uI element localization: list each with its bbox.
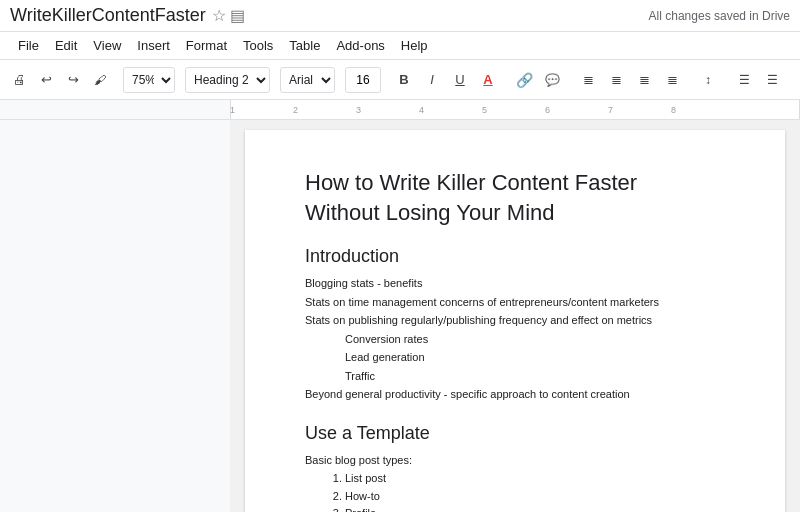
bold-button[interactable]: B bbox=[391, 66, 417, 94]
paint-format-button[interactable]: 🖌 bbox=[87, 66, 113, 94]
main-content: How to Write Killer Content Faster Witho… bbox=[0, 120, 800, 512]
italic-button[interactable]: I bbox=[419, 66, 445, 94]
intro-line-6: Traffic bbox=[305, 368, 725, 385]
menu-file[interactable]: File bbox=[10, 34, 47, 57]
print-button[interactable]: 🖨 bbox=[6, 66, 32, 94]
decrease-indent-button[interactable]: ⇤ bbox=[795, 66, 800, 94]
template-list: List post How-to Profile Essay Review In… bbox=[345, 470, 725, 512]
font-size-input[interactable] bbox=[345, 67, 381, 93]
intro-line-4: Conversion rates bbox=[305, 331, 725, 348]
template-intro: Basic blog post types: bbox=[305, 452, 725, 469]
menu-help[interactable]: Help bbox=[393, 34, 436, 57]
zoom-select[interactable]: 75% bbox=[123, 67, 175, 93]
menu-table[interactable]: Table bbox=[281, 34, 328, 57]
menu-bar: File Edit View Insert Format Tools Table… bbox=[0, 32, 800, 60]
intro-line-3: Stats on publishing regularly/publishing… bbox=[305, 312, 725, 329]
save-status: All changes saved in Drive bbox=[649, 9, 790, 23]
menu-format[interactable]: Format bbox=[178, 34, 235, 57]
undo-button[interactable]: ↩ bbox=[33, 66, 59, 94]
doc-title-line2: Without Losing Your Mind bbox=[305, 200, 725, 226]
ruler-numbers: 1 2 3 4 5 6 7 8 bbox=[230, 105, 676, 115]
line-spacing-button[interactable]: ↕ bbox=[695, 66, 721, 94]
ruler: 1 2 3 4 5 6 7 8 bbox=[0, 100, 800, 120]
link-button[interactable]: 🔗 bbox=[511, 66, 537, 94]
font-select[interactable]: Arial bbox=[280, 67, 335, 93]
menu-tools[interactable]: Tools bbox=[235, 34, 281, 57]
document-body[interactable]: How to Write Killer Content Faster Witho… bbox=[245, 130, 785, 512]
numbered-list-button[interactable]: ☰ bbox=[759, 66, 785, 94]
underline-button[interactable]: U bbox=[447, 66, 473, 94]
menu-insert[interactable]: Insert bbox=[129, 34, 178, 57]
comment-button[interactable]: 💬 bbox=[539, 66, 565, 94]
align-center-button[interactable]: ≣ bbox=[603, 66, 629, 94]
title-bar: WriteKillerContentFaster ☆ ▤ All changes… bbox=[0, 0, 800, 32]
bullet-list-button[interactable]: ☰ bbox=[731, 66, 757, 94]
align-right-button[interactable]: ≣ bbox=[631, 66, 657, 94]
toolbar-history: 🖨 ↩ ↪ 🖌 bbox=[6, 66, 113, 94]
intro-line-5: Lead generation bbox=[305, 349, 725, 366]
align-justify-button[interactable]: ≣ bbox=[659, 66, 685, 94]
template-list-item-1: List post bbox=[345, 470, 725, 488]
text-color-button[interactable]: A bbox=[475, 66, 501, 94]
menu-addons[interactable]: Add-ons bbox=[328, 34, 392, 57]
document-title[interactable]: WriteKillerContentFaster bbox=[10, 5, 206, 26]
align-left-button[interactable]: ≣ bbox=[575, 66, 601, 94]
heading-intro: Introduction bbox=[305, 246, 725, 267]
folder-icon[interactable]: ▤ bbox=[230, 6, 245, 25]
style-select[interactable]: Heading 2 bbox=[185, 67, 270, 93]
redo-button[interactable]: ↪ bbox=[60, 66, 86, 94]
intro-line-7: Beyond general productivity - specific a… bbox=[305, 386, 725, 403]
doc-title-line1: How to Write Killer Content Faster bbox=[305, 170, 725, 196]
intro-line-2: Stats on time management concerns of ent… bbox=[305, 294, 725, 311]
toolbar: 🖨 ↩ ↪ 🖌 75% Heading 2 Arial B I U A 🔗 💬 … bbox=[0, 60, 800, 100]
menu-edit[interactable]: Edit bbox=[47, 34, 85, 57]
template-list-item-3: Profile bbox=[345, 505, 725, 512]
heading-template: Use a Template bbox=[305, 423, 725, 444]
star-icon[interactable]: ☆ bbox=[212, 6, 226, 25]
left-margin bbox=[0, 120, 230, 512]
menu-view[interactable]: View bbox=[85, 34, 129, 57]
intro-line-1: Blogging stats - benefits bbox=[305, 275, 725, 292]
template-list-item-2: How-to bbox=[345, 488, 725, 506]
